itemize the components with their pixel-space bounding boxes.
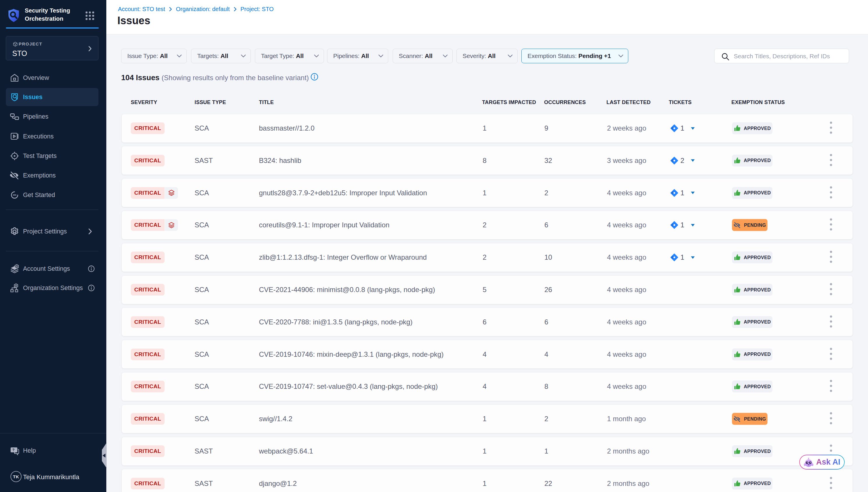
svg-text:?: ? (12, 448, 15, 452)
